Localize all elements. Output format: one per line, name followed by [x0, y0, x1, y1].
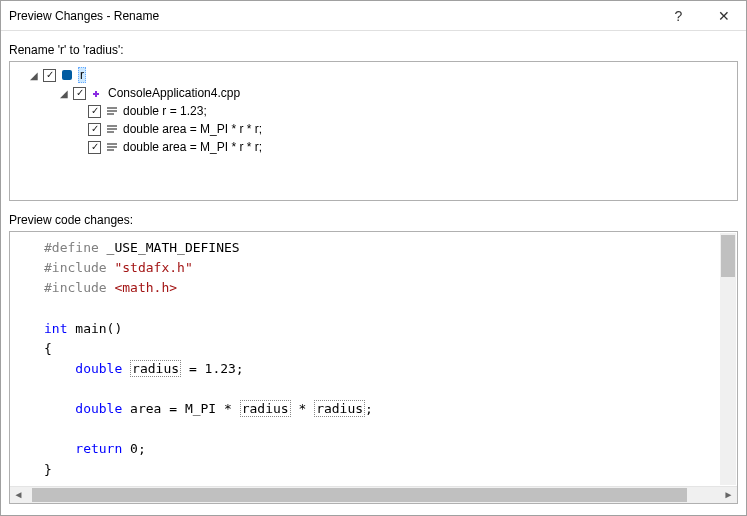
keyword: double: [75, 361, 122, 376]
code-text: ;: [365, 401, 373, 416]
checkbox[interactable]: [88, 105, 101, 118]
string-literal: "stdafx.h": [107, 260, 193, 275]
tree-root-row[interactable]: ◢ r: [14, 66, 733, 84]
code-line-icon: [104, 139, 120, 155]
code-text: = 1.23;: [181, 361, 244, 376]
code-preview: #define _USE_MATH_DEFINES #include "stda…: [9, 231, 738, 504]
scroll-left-arrow[interactable]: ◄: [10, 487, 27, 503]
expand-icon[interactable]: ◢: [28, 69, 40, 81]
svg-rect-5: [107, 128, 117, 130]
expand-icon[interactable]: ◢: [58, 87, 70, 99]
close-button[interactable]: ✕: [701, 1, 746, 30]
svg-rect-9: [107, 149, 114, 151]
variable-icon: [59, 67, 75, 83]
string-literal: <math.h>: [107, 280, 177, 295]
dialog-content: Rename 'r' to 'radius': ◢ r ◢ ConsoleApp…: [1, 31, 746, 516]
code-text: area = M_PI *: [122, 401, 239, 416]
svg-rect-3: [107, 113, 114, 115]
window-title: Preview Changes - Rename: [9, 9, 656, 23]
scrollbar-thumb[interactable]: [721, 235, 735, 277]
help-button[interactable]: ?: [656, 1, 701, 30]
checkbox[interactable]: [43, 69, 56, 82]
preview-label: Preview code changes:: [9, 213, 738, 227]
svg-rect-4: [107, 125, 117, 127]
cpp-file-icon: [89, 85, 105, 101]
checkbox[interactable]: [88, 141, 101, 154]
code-line-icon: [104, 121, 120, 137]
code-line-icon: [104, 103, 120, 119]
keyword: return: [75, 441, 122, 456]
horizontal-scrollbar[interactable]: ◄ ►: [10, 486, 737, 503]
checkbox[interactable]: [73, 87, 86, 100]
svg-rect-7: [107, 143, 117, 145]
renamed-identifier: radius: [314, 400, 365, 417]
svg-rect-1: [107, 107, 117, 109]
svg-rect-8: [107, 146, 117, 148]
tree-line-label: double area = M_PI * r * r;: [123, 122, 262, 136]
rename-header-label: Rename 'r' to 'radius':: [9, 43, 738, 57]
scrollbar-thumb[interactable]: [32, 488, 687, 502]
tree-line-row[interactable]: double area = M_PI * r * r;: [14, 138, 733, 156]
code-text: _USE_MATH_DEFINES: [99, 240, 240, 255]
titlebar: Preview Changes - Rename ? ✕: [1, 1, 746, 31]
changes-tree[interactable]: ◢ r ◢ ConsoleApplication4.cpp double r =…: [9, 61, 738, 201]
code-text: 0;: [122, 441, 145, 456]
tree-file-label: ConsoleApplication4.cpp: [108, 86, 240, 100]
tree-root-label: r: [78, 67, 86, 83]
renamed-identifier: radius: [240, 400, 291, 417]
vertical-scrollbar[interactable]: [720, 233, 736, 485]
tree-line-row[interactable]: double r = 1.23;: [14, 102, 733, 120]
tree-line-label: double area = M_PI * r * r;: [123, 140, 262, 154]
svg-rect-0: [62, 70, 72, 80]
pp-directive: #include: [44, 260, 107, 275]
keyword: int: [44, 321, 67, 336]
code-text: main(): [67, 321, 122, 336]
keyword: double: [75, 401, 122, 416]
renamed-identifier: radius: [130, 360, 181, 377]
code-text: *: [291, 401, 314, 416]
tree-line-row[interactable]: double area = M_PI * r * r;: [14, 120, 733, 138]
svg-rect-2: [107, 110, 117, 112]
pp-directive: #include: [44, 280, 107, 295]
pp-directive: #define: [44, 240, 99, 255]
tree-line-label: double r = 1.23;: [123, 104, 207, 118]
scroll-right-arrow[interactable]: ►: [720, 487, 737, 503]
svg-rect-6: [107, 131, 114, 133]
tree-file-row[interactable]: ◢ ConsoleApplication4.cpp: [14, 84, 733, 102]
code-content: #define _USE_MATH_DEFINES #include "stda…: [10, 232, 737, 486]
checkbox[interactable]: [88, 123, 101, 136]
